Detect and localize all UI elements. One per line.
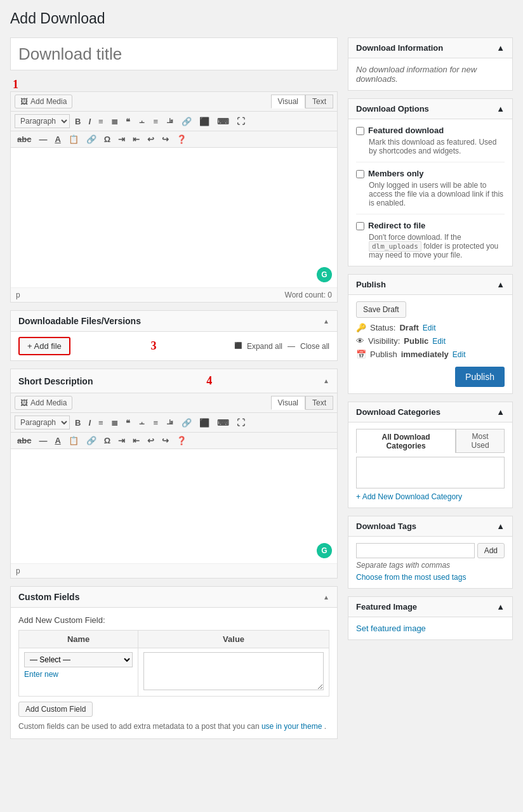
sd-omega-button[interactable]: Ω xyxy=(102,435,113,446)
sd-ol-button[interactable]: ≣ xyxy=(109,417,121,428)
tags-toggle[interactable]: ▲ xyxy=(496,521,505,531)
add-custom-field-button[interactable]: Add Custom Field xyxy=(18,702,93,717)
category-list-box[interactable] xyxy=(356,457,505,488)
align-right-button[interactable]: ⫡ xyxy=(163,116,176,127)
sd-link-button[interactable]: 🔗 xyxy=(179,417,194,428)
clear-format-button[interactable]: 🔗 xyxy=(84,134,99,145)
sd-paste-button[interactable]: 📋 xyxy=(66,435,81,446)
sd-redo-button[interactable]: ↪ xyxy=(159,435,171,446)
visibility-edit-link[interactable]: Edit xyxy=(432,337,446,346)
editor-content[interactable]: G xyxy=(11,148,337,287)
ordered-list-button[interactable]: ≣ xyxy=(109,116,121,127)
custom-fields-body: Add New Custom Field: Name Value xyxy=(11,608,337,738)
custom-field-value-textarea[interactable] xyxy=(143,652,324,690)
publish-time-edit-link[interactable]: Edit xyxy=(453,350,466,359)
sd-undo-button[interactable]: ↩ xyxy=(145,435,157,446)
tags-input[interactable] xyxy=(356,543,475,558)
custom-field-row: — Select — Enter new xyxy=(19,648,329,697)
align-center-button[interactable]: ≡ xyxy=(151,116,161,127)
enter-new-link[interactable]: Enter new xyxy=(24,670,133,679)
featured-image-toggle[interactable]: ▲ xyxy=(496,602,505,612)
sd-keyboard-button[interactable]: ⌨ xyxy=(215,417,232,428)
add-new-category-link[interactable]: + Add New Download Category xyxy=(356,492,505,501)
unordered-list-button[interactable]: ≡ xyxy=(96,116,106,127)
short-desc-text-tab[interactable]: Text xyxy=(305,396,333,410)
members-only-checkbox[interactable] xyxy=(356,170,364,178)
more-button[interactable]: ⬛ xyxy=(197,116,212,127)
redirect-label[interactable]: Redirect to file xyxy=(356,221,505,230)
sd-outdent-button[interactable]: ⇤ xyxy=(130,435,142,446)
redirect-checkbox[interactable] xyxy=(356,222,364,230)
files-panel-toggle[interactable]: ▲ xyxy=(323,318,329,325)
sd-fullscreen-button[interactable]: ⛶ xyxy=(234,417,248,428)
sd-indent-button[interactable]: ⇥ xyxy=(116,435,128,446)
set-featured-image-link[interactable]: Set featured image xyxy=(356,624,426,633)
text-color-button[interactable]: A xyxy=(52,134,63,145)
close-all-link[interactable]: Close all xyxy=(300,342,329,351)
download-options-toggle[interactable]: ▲ xyxy=(496,104,505,114)
hr-button[interactable]: — xyxy=(36,134,50,145)
sd-more-button[interactable]: ⬛ xyxy=(197,417,212,428)
sd-help-button[interactable]: ❓ xyxy=(174,435,189,446)
sd-bold-button[interactable]: B xyxy=(72,417,83,428)
sd-align-left-button[interactable]: ⫠ xyxy=(135,417,149,428)
featured-download-checkbox[interactable] xyxy=(356,127,364,135)
help-button[interactable]: ❓ xyxy=(174,134,189,145)
short-desc-add-media-button[interactable]: 🖼 Add Media xyxy=(15,396,72,410)
sd-blockquote-button[interactable]: ❝ xyxy=(123,417,133,428)
status-edit-link[interactable]: Edit xyxy=(423,324,436,332)
strikethrough-button[interactable]: abc xyxy=(15,134,34,145)
indent-button[interactable]: ⇥ xyxy=(116,134,128,145)
use-in-theme-link[interactable]: use in your theme xyxy=(262,722,322,731)
fullscreen-button[interactable]: ⛶ xyxy=(234,116,248,127)
sd-align-center-button[interactable]: ≡ xyxy=(151,417,161,428)
short-desc-visual-tab[interactable]: Visual xyxy=(271,396,305,410)
special-chars-button[interactable]: Ω xyxy=(102,134,113,145)
download-title-input[interactable] xyxy=(10,37,338,70)
sd-text-color-button[interactable]: A xyxy=(52,435,63,446)
blockquote-button[interactable]: ❝ xyxy=(123,116,133,127)
sd-hr-button[interactable]: — xyxy=(36,435,50,446)
redo-button[interactable]: ↪ xyxy=(159,134,171,145)
name-col-header: Name xyxy=(19,631,138,648)
sd-align-right-button[interactable]: ⫡ xyxy=(163,417,176,428)
editor-toolbar-row2: Paragraph B I ≡ ≣ ❝ ⫠ ≡ ⫡ 🔗 ⬛ ⌨ ⛶ xyxy=(11,112,337,131)
visual-tab[interactable]: Visual xyxy=(271,95,305,108)
short-desc-paragraph-select[interactable]: Paragraph xyxy=(15,416,70,429)
download-info-toggle[interactable]: ▲ xyxy=(496,43,505,53)
custom-fields-toggle[interactable]: ▲ xyxy=(323,594,329,601)
categories-toggle[interactable]: ▲ xyxy=(496,407,505,417)
value-col-header: Value xyxy=(138,631,329,648)
undo-button[interactable]: ↩ xyxy=(145,134,157,145)
tags-add-button[interactable]: Add xyxy=(477,543,505,558)
add-media-button[interactable]: 🖼 Add Media xyxy=(15,95,72,108)
save-draft-button[interactable]: Save Draft xyxy=(356,301,406,318)
expand-all-link[interactable]: Expand all xyxy=(247,342,282,351)
choose-tags-link[interactable]: Choose from the most used tags xyxy=(356,573,466,582)
most-used-tab[interactable]: Most Used xyxy=(456,429,505,453)
sd-clear-button[interactable]: 🔗 xyxy=(84,435,99,446)
members-only-label[interactable]: Members only xyxy=(356,169,505,178)
download-options-header: Download Options ▲ xyxy=(348,99,512,119)
toggle-toolbar-button[interactable]: ⌨ xyxy=(215,116,232,127)
align-left-button[interactable]: ⫠ xyxy=(135,116,149,127)
sd-ul-button[interactable]: ≡ xyxy=(96,417,106,428)
text-tab[interactable]: Text xyxy=(305,95,333,108)
paragraph-select[interactable]: Paragraph xyxy=(15,114,70,128)
short-desc-toggle[interactable]: ▲ xyxy=(323,377,329,384)
add-file-button[interactable]: + Add file xyxy=(18,337,70,355)
italic-button[interactable]: I xyxy=(86,116,93,127)
publish-button[interactable]: Publish xyxy=(455,367,505,387)
custom-field-name-select[interactable]: — Select — xyxy=(24,652,133,667)
paste-from-word-button[interactable]: 📋 xyxy=(66,134,81,145)
publish-panel-toggle[interactable]: ▲ xyxy=(496,280,505,289)
sd-italic-button[interactable]: I xyxy=(86,417,93,428)
outdent-button[interactable]: ⇤ xyxy=(130,134,142,145)
sd-strikethrough-button[interactable]: abc xyxy=(15,435,34,446)
featured-download-label[interactable]: Featured download xyxy=(356,126,505,135)
grammarly-icon: G xyxy=(317,267,332,282)
short-desc-content[interactable]: G xyxy=(11,449,337,563)
link-button[interactable]: 🔗 xyxy=(179,116,194,127)
all-categories-tab[interactable]: All Download Categories xyxy=(356,429,456,453)
bold-button[interactable]: B xyxy=(72,116,83,127)
